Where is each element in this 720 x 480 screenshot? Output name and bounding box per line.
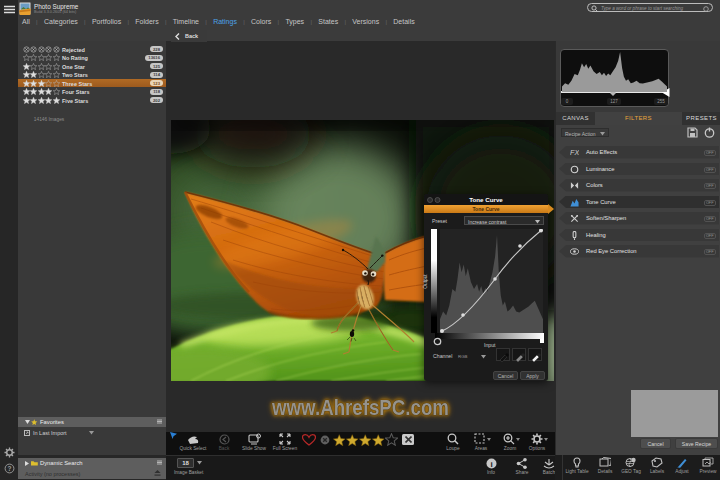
svg-text:?: ? <box>8 465 12 472</box>
svg-text:FX: FX <box>570 148 579 157</box>
svg-text:i: i <box>490 460 492 469</box>
